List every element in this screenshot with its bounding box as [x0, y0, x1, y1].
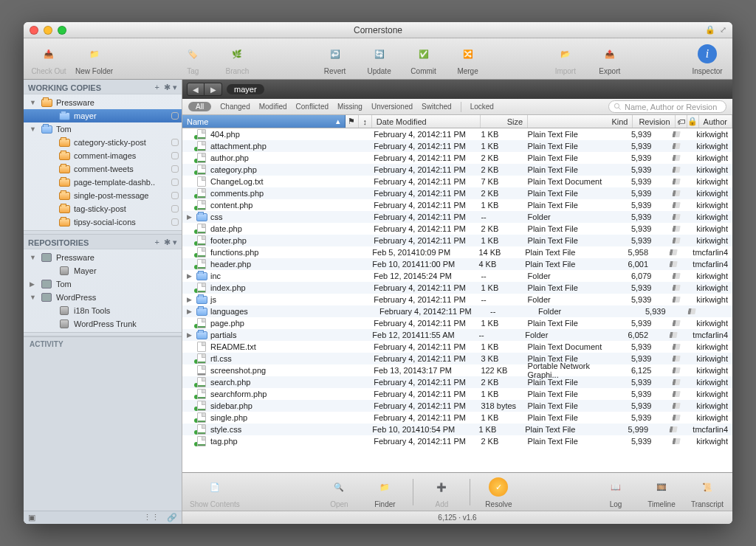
col-size[interactable]: Size: [481, 115, 528, 128]
table-row[interactable]: page.phpFebruary 4, 20142:11 PM1 KBPlain…: [182, 317, 732, 329]
table-row[interactable]: screenshot.pngFeb 13, 20143:17 PM122 KBP…: [182, 364, 732, 376]
show-contents-button[interactable]: 📄Show Contents: [190, 475, 240, 508]
transcript-button[interactable]: 📜Transcript: [690, 475, 725, 508]
sidebar-item[interactable]: comment-images: [24, 149, 182, 162]
table-row[interactable]: author.phpFebruary 4, 20142:11 PM2 KBPla…: [182, 152, 732, 164]
add-repo-button[interactable]: +: [155, 238, 159, 247]
filter-switched[interactable]: Switched: [422, 103, 452, 111]
table-row[interactable]: ▶incFeb 12, 20145:24 PM--Folder6,079kirk…: [182, 270, 732, 282]
col-revision[interactable]: Revision: [633, 115, 675, 128]
finder-button[interactable]: 📁Finder: [367, 475, 402, 508]
settings-wc-button[interactable]: ✱ ▾: [164, 83, 177, 92]
breadcrumb[interactable]: mayer: [227, 84, 264, 94]
file-icon: [196, 342, 207, 352]
col-lock-icon[interactable]: 🔒: [687, 115, 699, 128]
file-name: content.php: [210, 201, 253, 210]
sidebar-item[interactable]: single-post-message: [24, 189, 182, 202]
col-kind[interactable]: Kind: [528, 115, 633, 128]
checkout-button[interactable]: 📥 Check Out: [31, 42, 66, 75]
table-row[interactable]: README.txtFebruary 4, 20142:11 PM1 KBPla…: [182, 341, 732, 353]
sidebar-footer-icon[interactable]: ▣: [28, 513, 35, 522]
file-list[interactable]: 404.phpFebruary 4, 20142:11 PM1 KBPlain …: [182, 128, 732, 472]
table-row[interactable]: date.phpFebruary 4, 20142:11 PM2 KBPlain…: [182, 223, 732, 235]
sidebar-item[interactable]: ▼Pressware: [24, 251, 182, 264]
sidebar-item[interactable]: category-sticky-post: [24, 136, 182, 149]
col-name[interactable]: Name▴: [182, 115, 346, 128]
sidebar-item[interactable]: tag-sticky-post: [24, 202, 182, 215]
sidebar-item[interactable]: ▼WordPress: [24, 291, 182, 304]
add-wc-button[interactable]: +: [155, 83, 159, 92]
filter-unversioned[interactable]: Unversioned: [371, 103, 413, 111]
inspector-button[interactable]: i Inspector: [690, 42, 725, 75]
table-row[interactable]: header.phpFeb 10, 201411:00 PM4 KBPlain …: [182, 258, 732, 270]
table-row[interactable]: ▶jsFebruary 4, 20142:11 PM--Folder5,939k…: [182, 294, 732, 305]
sidebar-item[interactable]: ▼Tom: [24, 122, 182, 136]
col-date[interactable]: Date Modified: [372, 115, 481, 128]
link-icon[interactable]: 🔗: [167, 513, 177, 522]
import-button[interactable]: 📂 Import: [548, 42, 583, 75]
filter-changed[interactable]: Changed: [220, 103, 250, 111]
merge-button[interactable]: 🔀 Merge: [450, 42, 486, 75]
table-row[interactable]: search.phpFebruary 4, 20142:11 PM2 KBPla…: [182, 376, 732, 388]
search-input[interactable]: Name, Author or Revision: [608, 100, 726, 113]
sidebar-item[interactable]: page-template-dashb..: [24, 176, 182, 189]
filter-locked[interactable]: Locked: [470, 103, 494, 111]
branch-button[interactable]: 🌿 Branch: [219, 42, 255, 75]
table-row[interactable]: style.cssFeb 10, 201410:54 PM1 KBPlain T…: [182, 424, 732, 435]
update-button[interactable]: 🔄 Update: [362, 42, 397, 75]
open-button[interactable]: 🔍Open: [321, 475, 357, 508]
table-row[interactable]: searchform.phpFebruary 4, 20142:11 PM1 K…: [182, 388, 732, 400]
table-row[interactable]: rtl.cssFebruary 4, 20142:11 PM3 KBPlain …: [182, 353, 732, 364]
col-author[interactable]: Author: [699, 115, 732, 128]
table-row[interactable]: content.phpFebruary 4, 20142:11 PM1 KBPl…: [182, 199, 732, 211]
filter-all[interactable]: All: [188, 102, 211, 111]
table-row[interactable]: sidebar.phpFebruary 4, 20142:11 PM318 by…: [182, 400, 732, 412]
file-date: February 4, 2014: [374, 295, 436, 304]
sidebar-item[interactable]: ▶Tom: [24, 277, 182, 291]
file-icon: [196, 129, 207, 139]
newfolder-button[interactable]: 📁 New Folder: [75, 42, 113, 75]
export-button[interactable]: 📤 Export: [592, 42, 628, 75]
table-row[interactable]: index.phpFebruary 4, 20142:11 PM1 KBPlai…: [182, 282, 732, 294]
table-row[interactable]: ▶languagesFebruary 4, 20142:11 PM--Folde…: [182, 305, 732, 317]
revert-button[interactable]: ↩️ Revert: [317, 42, 353, 75]
file-author: tmcfarlin4: [688, 331, 732, 339]
tag-icon: [668, 354, 680, 363]
table-row[interactable]: ▶cssFebruary 4, 20142:11 PM--Folder5,939…: [182, 211, 732, 223]
filter-missing[interactable]: Missing: [337, 103, 362, 111]
table-row[interactable]: footer.phpFebruary 4, 20142:11 PM1 KBPla…: [182, 235, 732, 246]
sidebar-item[interactable]: ▼Pressware: [24, 96, 182, 109]
resolve-button[interactable]: ✓Resolve: [481, 475, 516, 508]
table-row[interactable]: ▶partialsFeb 12, 201411:55 AM--Folder6,0…: [182, 329, 732, 341]
table-row[interactable]: attachment.phpFebruary 4, 20142:11 PM1 K…: [182, 140, 732, 152]
col-tag-icon[interactable]: 🏷: [676, 115, 687, 128]
table-row[interactable]: comments.phpFebruary 4, 20142:11 PM2 KBP…: [182, 187, 732, 199]
sidebar-item[interactable]: tipsy-social-icons: [24, 215, 182, 229]
sidebar-item[interactable]: Mayer: [24, 264, 182, 277]
log-button[interactable]: 📖Log: [598, 475, 633, 508]
sidebar-item[interactable]: mayer: [24, 109, 182, 122]
sidebar-item[interactable]: WordPress Trunk: [24, 317, 182, 331]
table-row[interactable]: tag.phpFebruary 4, 20142:11 PM2 KBPlain …: [182, 435, 732, 447]
sidebar-item[interactable]: comment-tweets: [24, 162, 182, 176]
table-row[interactable]: single.phpFebruary 4, 20142:11 PM1 KBPla…: [182, 412, 732, 424]
filter-conflicted[interactable]: Conflicted: [296, 103, 329, 111]
file-revision: 5,939: [627, 295, 668, 304]
file-time: 2:11 PM: [441, 307, 472, 316]
table-row[interactable]: ChangeLog.txtFebruary 4, 20142:11 PM7 KB…: [182, 176, 732, 187]
timeline-button[interactable]: 🎞️Timeline: [644, 475, 679, 508]
table-row[interactable]: category.phpFebruary 4, 20142:11 PM2 KBP…: [182, 164, 732, 176]
col-flag[interactable]: ⚑: [346, 115, 359, 128]
sidebar-item[interactable]: i18n Tools: [24, 304, 182, 317]
filter-modified[interactable]: Modified: [259, 103, 287, 111]
file-author: kirkwight: [692, 130, 732, 139]
commit-button[interactable]: ✅ Commit: [406, 42, 441, 75]
table-row[interactable]: functions.phpFeb 5, 201410:09 PM14 KBPla…: [182, 246, 732, 258]
back-button[interactable]: ◀: [187, 83, 205, 96]
settings-repo-button[interactable]: ✱ ▾: [164, 238, 177, 247]
table-row[interactable]: 404.phpFebruary 4, 20142:11 PM1 KBPlain …: [182, 128, 732, 140]
add-button[interactable]: ➕Add: [424, 475, 459, 508]
forward-button[interactable]: ▶: [205, 83, 222, 96]
col-status[interactable]: ↕: [359, 115, 372, 128]
tag-button[interactable]: 🏷️ Tag: [175, 42, 210, 75]
